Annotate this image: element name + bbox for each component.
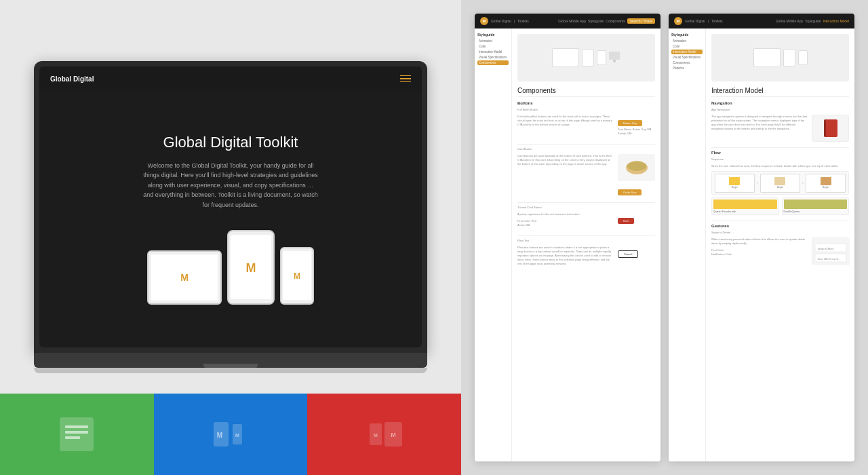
- panel-search-btn-left[interactable]: Search / Share: [627, 18, 655, 24]
- hero-device-phone2: [597, 50, 606, 65]
- food-image: [618, 154, 655, 181]
- flow-item-img-3: [821, 177, 831, 185]
- interaction-hero-device2: [783, 49, 795, 66]
- example-yellow-btn[interactable]: Button Guy: [618, 120, 642, 126]
- sidebar-item-animation[interactable]: Animation: [477, 39, 509, 43]
- buttons-title: Buttons: [517, 101, 655, 105]
- card-btn-desc: Card buttons are used tactically at the …: [517, 154, 614, 166]
- gestures-section: Gestures Swipe to Delete When introducin…: [711, 224, 849, 265]
- flow-card-img-1: [713, 200, 777, 209]
- panel-nav-3[interactable]: Components: [606, 19, 625, 23]
- svg-text:M: M: [235, 433, 239, 438]
- tutorial-desc: A pretty experience for the red treatmen…: [517, 212, 614, 216]
- plain-text-label: Plain Text: [517, 239, 655, 243]
- panel-brand-left: Global Digital: [491, 19, 511, 23]
- flow-card-label-1: Quarter Pounder with: [713, 210, 777, 213]
- nav-content-row: The app navigation system is designed to…: [711, 115, 849, 142]
- hero-device-accessory: [609, 52, 621, 64]
- phone-large: M: [227, 230, 275, 305]
- flow-card-label-2: Double Quarter: [784, 210, 848, 213]
- nav-title: Navigation: [711, 101, 849, 105]
- laptop-stand: [34, 368, 427, 373]
- right-panel-nav-1[interactable]: Global Mobile App: [776, 19, 804, 23]
- thumbnail-green[interactable]: [0, 394, 154, 475]
- navigation-section: Navigation App Navigation The app naviga…: [711, 101, 849, 142]
- card-btn-row: Card buttons are used tactically at the …: [517, 154, 655, 197]
- full-width-label: Full Width Button: [517, 108, 655, 112]
- laptop-description: Welcome to the Global Digital Toolkit, y…: [142, 161, 319, 210]
- buttons-section: Buttons Full Width Button Full width yel…: [517, 101, 655, 269]
- thumb-blue-icon: M M: [210, 417, 251, 451]
- interaction-section-title: Interaction Model: [711, 87, 849, 97]
- interaction-hero-devices: [753, 48, 808, 67]
- panel-nav-2[interactable]: Styleguide: [588, 19, 604, 23]
- flow-card-2: Double Quarter: [782, 197, 850, 215]
- nav-divider: [711, 147, 849, 148]
- plain-text-row: Plain text buttons are used in situation…: [517, 246, 655, 269]
- laptop-topbar: Global Digital: [39, 66, 422, 91]
- order-cta[interactable]: Order Now: [618, 189, 642, 195]
- tutorial-specs: First Color: RedActive GM: [517, 219, 614, 227]
- flow-arrow-1: ›: [757, 180, 759, 186]
- flow-item-img-2: [774, 177, 785, 185]
- flow-item-3: Burger: [806, 174, 846, 193]
- flow-card-img-2: [784, 200, 848, 209]
- book-icon: [824, 119, 837, 137]
- svg-rect-8: [65, 431, 88, 434]
- hamburger-icon[interactable]: [400, 75, 411, 83]
- device-mockup-group: M M: [147, 230, 314, 305]
- thumb-green-icon: [60, 417, 94, 451]
- svg-rect-18: [609, 52, 620, 60]
- flow-item-1: Burger: [715, 174, 755, 193]
- divider-1: [517, 144, 655, 145]
- flow-divider: [711, 221, 849, 221]
- right-sidebar-animation[interactable]: Animation: [671, 39, 703, 43]
- tutorial-btn-example[interactable]: Next: [618, 218, 634, 224]
- svg-text:Wrap & More: Wrap & More: [818, 247, 834, 250]
- panel-sep-right: |: [708, 19, 709, 23]
- sidebar-item-components[interactable]: Components: [477, 60, 509, 65]
- phone-small-screen: M: [283, 251, 311, 300]
- sidebar-item-interactive[interactable]: Interactive Model: [477, 50, 509, 54]
- right-sidebar-interaction[interactable]: Interaction Model: [671, 50, 703, 54]
- panel-topbar-right-right: Global Mobile App Styleguide Interaction…: [776, 19, 849, 23]
- laptop-screen-outer: Global Digital Global Digital Toolkit We…: [34, 61, 427, 353]
- right-panel-active-section[interactable]: Interaction Model: [823, 19, 849, 23]
- bottom-thumbnails: M M M M: [0, 394, 461, 475]
- right-sidebar-visual[interactable]: Visual Specifications: [671, 55, 703, 60]
- svg-text:M: M: [180, 272, 189, 283]
- svg-rect-9: [65, 436, 80, 439]
- right-sidebar-components[interactable]: Components: [671, 60, 703, 65]
- components-panel-sidebar: Styleguide Animation Color Interactive M…: [475, 28, 512, 461]
- thumbnail-red[interactable]: M M: [307, 394, 461, 475]
- interaction-panel-topbar: M Global Digital | Toolkits Global Mobil…: [669, 14, 854, 28]
- svg-point-19: [613, 60, 616, 62]
- right-sidebar-patterns[interactable]: Patterns: [671, 66, 703, 71]
- card-button-label: Card Button: [517, 147, 655, 151]
- sidebar-item-color[interactable]: Color: [477, 44, 509, 49]
- gesture-description: When introducing personal value children…: [711, 238, 808, 246]
- sidebar-title-right: Styleguide: [671, 33, 703, 37]
- phone-large-screen: M: [231, 235, 271, 299]
- flow-item-text-1: Burger: [732, 186, 738, 189]
- nav-image: [812, 115, 849, 142]
- sidebar-item-visual[interactable]: Visual Specifications: [477, 55, 509, 60]
- flow-item-img-1: [729, 177, 740, 185]
- tablet-device: M: [147, 250, 222, 305]
- components-panel-body: Styleguide Animation Color Interactive M…: [475, 28, 660, 461]
- thumbnail-blue[interactable]: M M: [154, 394, 308, 475]
- nav-description: The app navigation system is designed to…: [711, 115, 808, 131]
- components-panel-main: Components Buttons Full Width Button Ful…: [512, 28, 660, 461]
- components-panel: M Global Digital | Toolkits Global Mobil…: [475, 14, 660, 461]
- right-sidebar-color[interactable]: Color: [671, 44, 703, 49]
- gesture-row: When introducing personal value children…: [711, 238, 849, 265]
- svg-point-22: [627, 162, 646, 171]
- panel-section-right: Toolkits: [711, 19, 723, 23]
- right-panel-nav-2[interactable]: Styleguide: [805, 19, 821, 23]
- sidebar-title-left: Styleguide: [477, 33, 509, 37]
- panel-nav-1[interactable]: Global Mobile App: [558, 19, 586, 23]
- cancel-example[interactable]: Cancel: [618, 250, 638, 258]
- interaction-hero-device1: [753, 48, 781, 67]
- flow-section: Flow Sequence Since the user selected an…: [711, 151, 849, 215]
- interaction-panel-body: Styleguide Animation Color Interaction M…: [669, 28, 854, 461]
